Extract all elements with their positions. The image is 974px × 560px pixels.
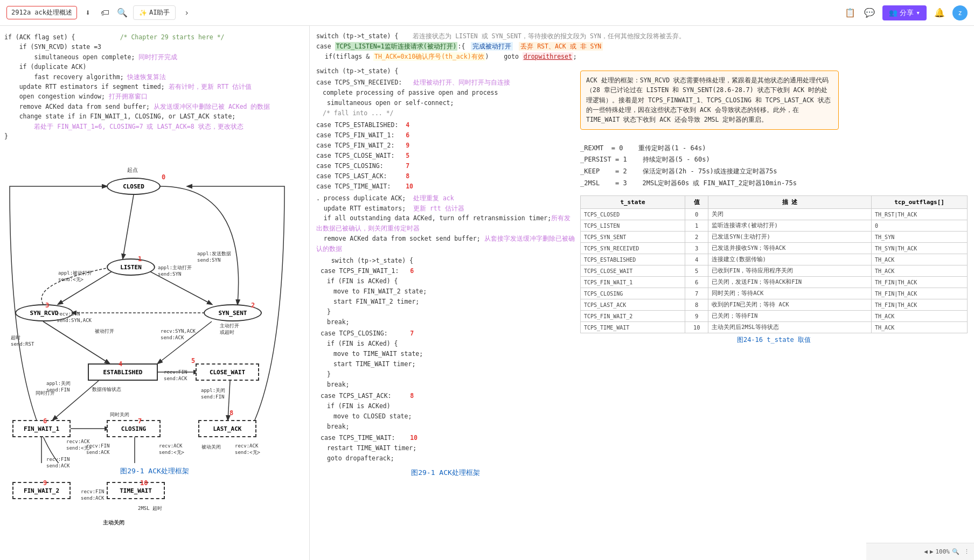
label-recv-fin2: recv:FINsend:ACK xyxy=(86,443,109,456)
right-content: switch (tp->t_state) { 若连接状态为 LISTEN 或 S… xyxy=(316,26,968,560)
num-10: 10 xyxy=(140,479,148,487)
card-icon[interactable]: 📋 xyxy=(844,6,857,19)
label-passive-open: appl:被动打开send:<无> xyxy=(58,270,92,283)
zoom-level: 100% xyxy=(936,548,950,555)
num-0: 0 xyxy=(162,173,165,181)
node-close-wait: CLOSE_WAIT xyxy=(196,363,259,381)
label-recv-syn: recv:SYNsend:SYN,ACK xyxy=(57,311,92,324)
header-left: 2912a ack处理概述 ⬇ 🏷 🔍 ✨ AI助手 › xyxy=(6,5,844,20)
label-close-fin2: appl:关闭send:FIN xyxy=(201,388,225,400)
bottom-bar: ◀ ▶ 100% 🔍 ⋮ xyxy=(866,543,974,560)
node-fin-wait-1: FIN_WAIT_1 xyxy=(12,420,71,437)
header-right: 📋 💬 👥 分享 ▾ 🔔 z xyxy=(844,5,968,20)
right-panel: switch (tp->t_state) { 若连接状态为 LISTEN 或 S… xyxy=(310,26,974,560)
num-5: 5 xyxy=(191,357,195,365)
code-right-top: switch (tp->t_state) { 若连接状态为 LISTEN 或 S… xyxy=(316,29,968,64)
avatar[interactable]: z xyxy=(952,5,968,20)
label-passive-close: 被动关闭 xyxy=(201,444,221,451)
more-options-icon[interactable]: ⋮ xyxy=(964,548,970,555)
code-top: if (ACK flag set) { /* Chapter 29 starts… xyxy=(4,30,305,145)
num-6: 6 xyxy=(43,417,47,425)
tag-icon[interactable]: 🏷 xyxy=(99,6,112,19)
label-active-open2: 主动打开或超时 xyxy=(220,323,239,335)
code-right-main: switch (tp->t_state) { case TCPS_SYN_REC… xyxy=(316,66,575,478)
main-content: if (ACK flag set) { /* Chapter 29 starts… xyxy=(0,26,974,560)
num-2: 2 xyxy=(251,302,255,309)
state-table-container: t_state 值 描 述 tcp_outflags[] TCPS_CLOSED… xyxy=(580,193,968,345)
num-7: 7 xyxy=(138,417,142,425)
table-row: TCPS_CLOSING7同时关闭；等待ACKTH_FIN|TH_ACK xyxy=(581,288,968,299)
ai-assistant-button[interactable]: ✨ AI助手 xyxy=(133,5,176,20)
table-row: TCPS_FIN_WAIT_16已关闭，发送FIN；等待ACK和FINTH_FI… xyxy=(581,277,968,288)
node-closing: CLOSING xyxy=(107,420,161,437)
table-row: TCPS_CLOSED0关闭TH_RST|TH_ACK xyxy=(581,209,968,220)
col-header-desc: 描 述 xyxy=(708,196,872,209)
info-box-text: ACK 处理的框架：SYN_RCVD 状态需要特殊处理，紧跟着是其他状态的通用处… xyxy=(586,76,831,124)
share-button[interactable]: 👥 分享 ▾ xyxy=(882,5,927,20)
search-icon[interactable]: 🔍 xyxy=(116,6,129,19)
col-header-val: 值 xyxy=(685,196,708,209)
svg-line-5 xyxy=(158,321,212,363)
label-origin: 起点 xyxy=(127,167,138,174)
timer-section: _REXMT = 0 重传定时器(1 - 64s) _PERSIST = 1 持… xyxy=(580,143,968,189)
label-recv-fin: recv:FINsend:ACK xyxy=(164,369,187,382)
right-middle: switch (tp->t_state) { case TCPS_SYN_REC… xyxy=(316,66,968,478)
state-table-caption: 图24-16 t_state 取值 xyxy=(580,335,968,345)
nav-forward-icon[interactable]: ▶ xyxy=(930,548,934,555)
left-panel: if (ACK flag set) { /* Chapter 29 starts… xyxy=(0,26,310,560)
state-diagram: CLOSED LISTEN SYN_SENT SYN_RCVD ESTABLIS… xyxy=(4,145,306,463)
label-simultaneous2: 同时关闭 xyxy=(110,411,129,418)
label-2msl: 2MSL 超时 xyxy=(138,505,162,512)
label-data-transfer: 数据传输状态 xyxy=(92,386,121,393)
chevron-down-icon: ▾ xyxy=(916,9,920,17)
info-box: ACK 处理的框架：SYN_RCVD 状态需要特殊处理，紧跟着是其他状态的通用处… xyxy=(580,71,839,130)
label-recv-fin4: recv:FINsend:ACK xyxy=(81,489,104,501)
svg-line-0 xyxy=(123,195,134,258)
table-row: TCPS_LAST_ACK8收到的FIN已关闭；等待 ACKTH_FIN|TH_… xyxy=(581,299,968,311)
chevron-right-icon[interactable]: › xyxy=(180,6,193,19)
num-3: 3 xyxy=(45,302,49,309)
label-timeout-rst: 超时send:RST xyxy=(11,335,34,347)
num-8: 8 xyxy=(229,409,233,417)
table-row: TCPS_ESTABLISHED4连接建立(数据传输)TH_ACK xyxy=(581,254,968,265)
label-active-close: 主动关闭 xyxy=(103,520,124,527)
num-9: 9 xyxy=(43,479,47,487)
label-passive: 被动打开 xyxy=(95,328,114,335)
message-icon[interactable]: 💬 xyxy=(863,6,876,19)
label-recv-ack2: recv:ACKsend:<无> xyxy=(159,443,184,456)
node-time-wait: TIME_WAIT xyxy=(107,482,165,499)
table-row: TCPS_SYN_SENT2已发送SYN(主动打开)TH_SYN xyxy=(581,232,968,243)
zoom-icon[interactable]: 🔍 xyxy=(952,548,959,555)
right-info-column: ACK 处理的框架：SYN_RCVD 状态需要特殊处理，紧跟着是其他状态的通用处… xyxy=(580,66,968,478)
node-fin-wait-2: FIN_WAIT_2 xyxy=(12,482,71,499)
table-row: TCPS_TIME_WAIT10主动关闭后2MSL等待状态TH_ACK xyxy=(581,322,968,333)
num-1: 1 xyxy=(138,255,142,263)
table-row: TCPS_FIN_WAIT_29已关闭；等待FINTH_ACK xyxy=(581,311,968,322)
table-row: TCPS_LISTEN1监听连接请求(被动打开)0 xyxy=(581,220,968,232)
label-recv-syn-ack: recv:SYN,ACKsend:ACK xyxy=(161,328,196,341)
svg-line-4 xyxy=(43,321,109,363)
timer-list: _REXMT = 0 重传定时器(1 - 64s) _PERSIST = 1 持… xyxy=(580,143,968,189)
col-header-state: t_state xyxy=(581,196,685,209)
header: 2912a ack处理概述 ⬇ 🏷 🔍 ✨ AI助手 › 📋 💬 👥 分享 ▾ … xyxy=(0,0,974,26)
num-4: 4 xyxy=(119,360,122,368)
table-row: TCPS_SYN_RECEIVED3已发送并接收SYN；等待ACKTH_SYN|… xyxy=(581,243,968,254)
label-recv-fin3: recv:FINsend:ACK xyxy=(46,457,69,469)
active-tab[interactable]: 2912a ack处理概述 xyxy=(6,6,77,19)
fig-caption-main: 图29-1 ACK处理框架 xyxy=(316,467,575,478)
node-established: ESTABLISHED xyxy=(88,363,158,381)
label-active-open: appl:主动打开send:SYN xyxy=(158,265,192,277)
ai-icon: ✨ xyxy=(139,9,147,17)
col-header-flags: tcp_outflags[] xyxy=(872,196,968,209)
label-recv-ack3: recv:ACKsend:<无> xyxy=(235,443,260,456)
nav-back-icon[interactable]: ◀ xyxy=(924,548,928,555)
bell-icon[interactable]: 🔔 xyxy=(933,6,946,19)
state-table: t_state 值 描 述 tcp_outflags[] TCPS_CLOSED… xyxy=(580,195,968,333)
download-icon[interactable]: ⬇ xyxy=(81,6,94,19)
label-send-data: appl:发送数据send:SYN xyxy=(197,251,231,263)
node-last-ack: LAST_ACK xyxy=(198,420,256,437)
table-row: TCPS_CLOSE_WAIT5已收到FIN，等待应用程序关闭TH_ACK xyxy=(581,265,968,277)
label-close-fin: appl:关闭send:FIN xyxy=(46,381,71,393)
share-icon: 👥 xyxy=(889,9,898,17)
